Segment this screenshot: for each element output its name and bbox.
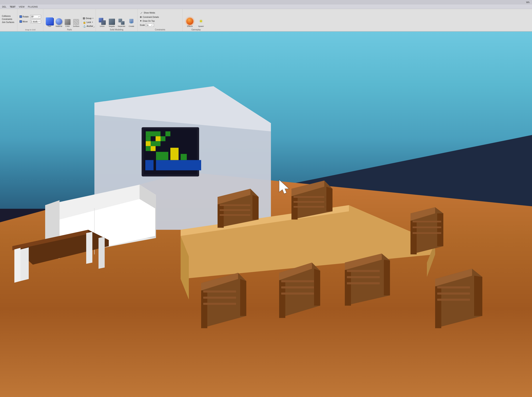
snap-label: Snap to Grid xyxy=(18,29,43,31)
draw-on-top-row[interactable]: ✦ Draw On Top xyxy=(139,19,181,23)
anchor-label: Anchor xyxy=(87,25,93,27)
move-row: ✓ Move 1 studs ▲▼ xyxy=(19,19,41,24)
part-button[interactable]: Part xyxy=(44,17,54,28)
color-label: Color xyxy=(65,25,70,27)
gameplay-section: Effects ✦ Spawn Gameplay xyxy=(183,9,209,31)
show-welds-label: Show Welds xyxy=(144,12,155,14)
negate-label: Negate xyxy=(109,25,115,27)
rotate-label: Rotate xyxy=(23,16,30,18)
scale-row: Scale 1x ▲▼ xyxy=(139,23,181,27)
svg-rect-12 xyxy=(151,141,156,146)
scale-value: 1x xyxy=(146,24,151,26)
svg-rect-9 xyxy=(156,136,160,141)
negate-button[interactable]: Negate xyxy=(108,18,116,28)
union-button[interactable]: Union xyxy=(97,17,107,28)
draw-on-top-label: Draw On Top xyxy=(143,20,155,22)
move-label: Move xyxy=(23,20,30,23)
move-value: 1 studs xyxy=(31,20,38,23)
svg-rect-21 xyxy=(181,154,187,160)
lock-button[interactable]: 🔒 Lock ▼ xyxy=(82,20,95,24)
svg-rect-5 xyxy=(146,131,151,136)
move-spinner[interactable]: ▲▼ xyxy=(38,21,40,22)
color-icon xyxy=(65,19,70,25)
constraints-item[interactable]: Constraints xyxy=(1,18,16,20)
svg-rect-15 xyxy=(146,146,151,151)
draw-on-top-icon: ✦ xyxy=(140,19,142,22)
group-label: Group xyxy=(86,17,92,19)
constraints-label: Constraints xyxy=(138,29,183,31)
union-label: Union xyxy=(100,25,105,27)
svg-rect-7 xyxy=(156,131,160,136)
svg-rect-14 xyxy=(165,131,170,136)
solid-modeling-section: Union Negate Separate xyxy=(96,9,138,31)
surface-icon xyxy=(73,19,79,25)
group-icon: ⊞ xyxy=(83,17,85,20)
menu-test[interactable]: TEST xyxy=(8,5,17,8)
group-arrow: ▼ xyxy=(92,18,94,19)
parts-expand-icon[interactable]: ↙ xyxy=(93,26,95,28)
rotate-value: 35° xyxy=(31,16,38,18)
effects-button[interactable]: Effects xyxy=(185,17,195,28)
create-button[interactable]: Create xyxy=(127,17,136,28)
material-label: Material xyxy=(56,25,62,27)
lock-arrow: ▼ xyxy=(92,21,93,23)
scale-spinner[interactable]: ▲▼ xyxy=(151,25,153,26)
rotate-row: ✓ Rotate 35° ▲▼ xyxy=(19,15,41,19)
effects-label: Effects xyxy=(187,25,193,27)
svg-rect-11 xyxy=(146,141,151,146)
spawn-button[interactable]: ✦ Spawn xyxy=(196,17,206,28)
parts-section-label: Parts xyxy=(43,29,96,31)
menu-del[interactable]: DEL xyxy=(1,5,8,8)
surface-button[interactable]: Surface xyxy=(72,19,80,28)
gameplay-label: Gameplay xyxy=(183,29,209,31)
group-lock-anchor: ⊞ Group ▼ 🔒 Lock ▼ ⚓ Anchor xyxy=(82,16,95,28)
svg-rect-20 xyxy=(170,148,178,160)
svg-rect-18 xyxy=(145,160,153,170)
color-button[interactable]: Color xyxy=(63,19,72,28)
svg-rect-19 xyxy=(156,152,168,160)
spawn-label: Spawn xyxy=(198,25,204,27)
union-icon xyxy=(99,18,106,25)
scale-label: Scale xyxy=(140,24,145,26)
anchor-button[interactable]: ⚓ Anchor xyxy=(82,25,95,28)
parts-divider xyxy=(81,13,81,25)
constraint-details-row[interactable]: ⊕ Constraint Details xyxy=(139,15,181,19)
anchor-icon: ⚓ xyxy=(83,25,86,28)
move-checkbox[interactable]: ✓ xyxy=(19,20,22,23)
material-button[interactable]: Material xyxy=(55,18,63,28)
rotate-spinner[interactable]: ▲▼ xyxy=(38,16,40,17)
move-input-wrapper[interactable]: 1 studs ▲▼ xyxy=(30,20,41,23)
furniture-scene xyxy=(0,31,266,198)
scale-input[interactable]: 1x ▲▼ xyxy=(146,23,154,27)
separate-button[interactable]: Separate xyxy=(117,18,127,28)
svg-rect-6 xyxy=(151,131,156,136)
svg-rect-16 xyxy=(151,146,156,151)
constraints-section: ⟋ Show Welds ⊕ Constraint Details ✦ Draw… xyxy=(138,9,183,31)
rotate-input-wrapper[interactable]: 35° ▲▼ xyxy=(30,15,41,18)
viewport[interactable] xyxy=(0,31,266,198)
constraint-details-label: Constraint Details xyxy=(143,16,159,18)
svg-rect-13 xyxy=(156,141,160,146)
spawn-icon: ✦ xyxy=(197,18,204,25)
svg-rect-8 xyxy=(146,136,151,141)
create-label: Create xyxy=(129,25,134,27)
join-surfaces-item[interactable]: Join Surfaces xyxy=(1,21,16,24)
svg-rect-17 xyxy=(156,160,201,170)
lock-label: Lock xyxy=(87,21,91,23)
negate-icon xyxy=(109,19,115,25)
separate-label: Separate xyxy=(118,25,125,27)
material-icon xyxy=(56,18,62,25)
show-welds-row[interactable]: ⟋ Show Welds xyxy=(139,11,181,15)
snap-to-grid-section: ✓ Rotate 35° ▲▼ ✓ Move 1 studs ▲▼ Snap t… xyxy=(18,9,43,31)
effects-icon xyxy=(186,18,193,25)
surface-label: Surface xyxy=(73,25,79,27)
collisions-item[interactable]: Collisions xyxy=(1,15,16,18)
show-welds-icon: ⟋ xyxy=(140,11,143,15)
part-icon xyxy=(46,18,53,25)
lock-icon: 🔒 xyxy=(83,21,86,24)
left-controls: Collisions Constraints Join Surfaces xyxy=(0,9,18,31)
rotate-checkbox[interactable]: ✓ xyxy=(19,15,22,18)
menu-plugins[interactable]: PLUGINS xyxy=(27,5,39,8)
group-button[interactable]: ⊞ Group ▼ xyxy=(82,16,95,20)
menu-view[interactable]: VIEW xyxy=(18,5,26,8)
